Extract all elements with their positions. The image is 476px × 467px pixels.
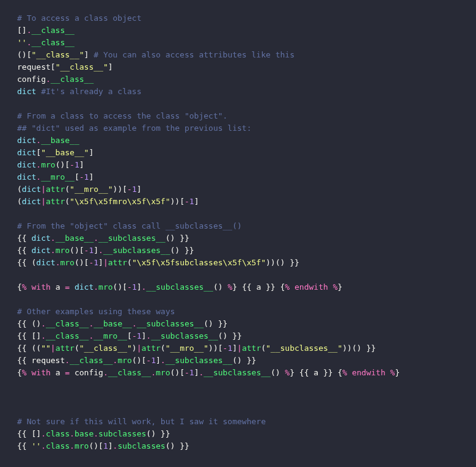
token-at: dict (17, 87, 41, 96)
token-pn: }} { (261, 282, 285, 292)
token-op: . (98, 246, 103, 255)
token-fn: __class__ (51, 75, 93, 84)
token-nm: 1 (189, 197, 194, 206)
token-id: request (17, 62, 51, 72)
token-op: | (41, 185, 46, 194)
token-fn: class (46, 441, 70, 450)
token-pn: } (395, 368, 400, 377)
code-line: dict #It's already a class (17, 87, 142, 96)
token-cm: ## "dict" used as example from the previ… (17, 123, 252, 133)
token-op: - (146, 356, 151, 365)
token-op: - (132, 331, 137, 340)
token-pn: ] (156, 356, 161, 365)
token-op: . (51, 246, 56, 255)
token-op: . (70, 429, 75, 438)
code-line: {{ ''.class.mro()[1].subclasses() }} (17, 441, 189, 450)
token-fn: mro (41, 160, 55, 169)
token-id: config (17, 75, 46, 84)
token-pn: ))[ (113, 185, 127, 194)
code-line: {{ ().__class__.__base__.__subclasses__(… (17, 319, 227, 328)
code-line: # Not sure if this will work, but I saw … (17, 417, 266, 426)
token-op: - (185, 197, 189, 206)
token-fn: __mro__ (41, 172, 75, 182)
code-line: # To access a class object (17, 13, 142, 23)
token-st: "__base__" (41, 148, 89, 157)
token-nm: 1 (93, 258, 98, 267)
token-pn: {{ () (17, 319, 41, 328)
token-pn: {{ [] (17, 331, 41, 340)
token-pn: ( (161, 344, 166, 353)
token-at: dict (17, 172, 36, 182)
token-nm: 1 (132, 282, 137, 292)
code-line: dict.mro()[-1] (17, 160, 84, 169)
token-pn: ()[ (132, 356, 146, 365)
token-fn: class (46, 429, 70, 438)
token-fn: attr (242, 344, 261, 353)
token-kw: = (60, 368, 74, 377)
token-op: - (127, 282, 132, 292)
token-pn: {{ (17, 441, 31, 450)
token-pn: ()[ (113, 282, 127, 292)
token-st: "__class__" (31, 50, 84, 59)
token-op: - (127, 185, 132, 194)
token-st: "\x5f\x5fmro\x5f\x5f" (70, 197, 170, 206)
token-fn: mro (98, 282, 112, 292)
token-fn: mro (117, 356, 131, 365)
token-fn: __mro__ (93, 331, 127, 340)
token-pn: { (17, 282, 22, 292)
token-at: dict (17, 160, 36, 169)
token-op: . (146, 331, 151, 340)
code-line: ## "dict" used as example from the previ… (17, 123, 252, 133)
code-line: request["__class__"] (17, 62, 113, 72)
token-cm: #It's already a class (41, 87, 141, 96)
token-fn: __class__ (46, 319, 89, 328)
token-at: dict (31, 234, 50, 243)
code-line: {{ dict.mro()[-1].__subclasses__() }} (17, 246, 194, 255)
token-pn: {{ ( (17, 258, 36, 267)
token-st: "\x5f\x5fsubclasses\x5f\x5f" (132, 258, 266, 267)
token-op: % (342, 368, 347, 377)
token-pn: ) (132, 344, 137, 353)
token-op: . (103, 368, 108, 377)
token-fn: attr (56, 344, 75, 353)
code-content[interactable]: # To access a class object [].__class__ … (17, 12, 459, 452)
token-pn: ] (89, 172, 93, 182)
token-fn: __class__ (108, 368, 151, 377)
token-op: - (185, 368, 189, 377)
token-pn: ( (17, 197, 22, 206)
code-line: {{ ((""|attr("__class__")|attr("__mro__"… (17, 344, 376, 353)
token-cm: # Other examples using these ways (17, 307, 175, 316)
code-line: dict.__mro__[-1] (17, 172, 93, 182)
token-fn: __subclasses__ (166, 356, 233, 365)
token-pn: ( (17, 185, 22, 194)
token-pn: ()[ (70, 246, 84, 255)
token-op: . (93, 234, 98, 243)
token-pn: [ (51, 62, 56, 72)
token-pn: () }} (146, 429, 170, 438)
code-line: dict.__base__ (17, 136, 79, 145)
token-pn: [ (75, 172, 79, 182)
token-op: . (41, 429, 46, 438)
token-fn: mro (56, 246, 70, 255)
token-st: "__class__" (79, 344, 132, 353)
token-op: . (36, 172, 41, 182)
token-pn: ] (108, 62, 113, 72)
token-pn: ( (75, 344, 79, 353)
token-op: | (237, 344, 242, 353)
token-fn: __subclasses__ (146, 282, 213, 292)
token-op: % (22, 282, 27, 292)
token-st: "" (41, 344, 51, 353)
token-pn: ] (98, 258, 103, 267)
token-nm: 1 (137, 331, 142, 340)
token-op: . (132, 319, 137, 328)
token-at: dict (17, 136, 36, 145)
code-line: {{ [].class.base.subclasses() }} (17, 429, 170, 438)
token-op: . (36, 160, 41, 169)
token-pn: ( (261, 344, 266, 353)
code-line: ()["__class__"] # You can also access at… (17, 50, 295, 59)
token-st: '' (17, 38, 27, 47)
token-at: dict (75, 282, 93, 292)
token-pn: } {{ (232, 282, 256, 292)
token-fn: __subclasses__ (203, 368, 271, 377)
token-pn: ()[ (75, 258, 89, 267)
